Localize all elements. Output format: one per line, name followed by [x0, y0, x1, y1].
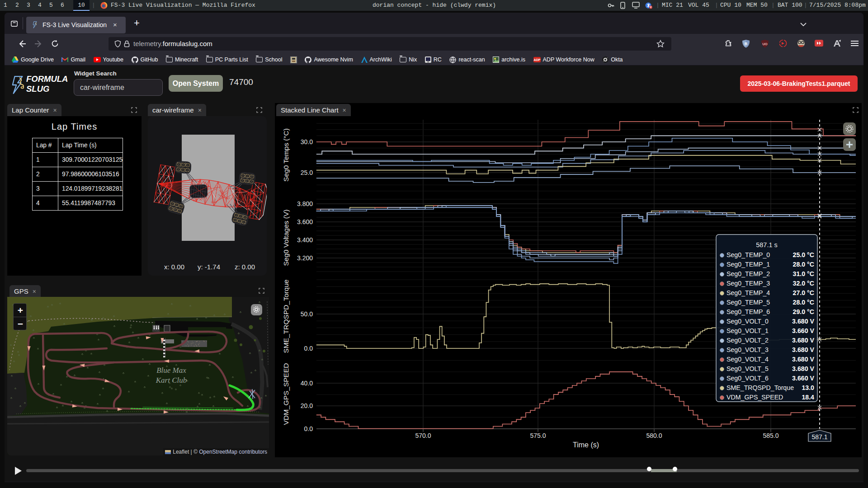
svg-text:3.660 V: 3.660 V [792, 375, 814, 382]
svg-text:25.0 °C: 25.0 °C [793, 251, 814, 258]
svg-text:Seg0_VOLT_5: Seg0_VOLT_5 [726, 365, 769, 372]
svg-text:20.0: 20.0 [301, 402, 313, 409]
svg-text:31.0 °C: 31.0 °C [793, 270, 814, 277]
svg-text:3.200: 3.200 [297, 254, 313, 262]
svg-text:3.680 V: 3.680 V [792, 346, 814, 353]
svg-text:28.0 °C: 28.0 °C [793, 261, 814, 268]
svg-text:570.0: 570.0 [415, 432, 431, 439]
svg-text:40.0: 40.0 [301, 380, 313, 387]
svg-text:Kart Club: Kart Club [156, 376, 187, 385]
svg-text:3.680 V: 3.680 V [792, 365, 814, 372]
svg-text:Blue Max: Blue Max [156, 366, 186, 375]
svg-text:Seg0 Temps (°C): Seg0 Temps (°C) [282, 128, 290, 182]
svg-text:Seg0 Voltages (V): Seg0 Voltages (V) [282, 210, 290, 266]
svg-text:25.0: 25.0 [301, 169, 313, 176]
svg-text:50.0: 50.0 [301, 310, 313, 318]
svg-text:Seg0_TEMP_0: Seg0_TEMP_0 [726, 251, 770, 258]
svg-text:Seg0_VOLT_2: Seg0_VOLT_2 [726, 337, 769, 344]
svg-text:UO: UO [762, 42, 767, 46]
svg-text:3.800: 3.800 [297, 200, 313, 207]
svg-text:585.0: 585.0 [763, 432, 778, 439]
svg-text:18.4: 18.4 [802, 394, 814, 401]
svg-text:Seg0_TEMP_3: Seg0_TEMP_3 [726, 280, 770, 287]
svg-text:575.0: 575.0 [530, 432, 546, 439]
svg-text:13.0: 13.0 [802, 384, 814, 391]
svg-text:Seg0_TEMP_5: Seg0_TEMP_5 [726, 299, 770, 306]
svg-text:0.0: 0.0 [304, 345, 313, 352]
svg-text:Seg0_VOLT_0: Seg0_VOLT_0 [726, 318, 769, 325]
svg-text:VDM_GPS_SPEED: VDM_GPS_SPEED [282, 363, 290, 425]
svg-text:3.660 V: 3.660 V [792, 327, 814, 334]
svg-text:3.680 V: 3.680 V [792, 318, 814, 325]
svg-text:SME_TRQSPD_Torque: SME_TRQSPD_Torque [282, 280, 290, 353]
svg-text:3.680 V: 3.680 V [792, 356, 814, 363]
svg-text:28.0 °C: 28.0 °C [793, 299, 814, 306]
svg-text:587.1: 587.1 [811, 433, 827, 441]
svg-text:0.0: 0.0 [304, 425, 313, 432]
svg-text:Seg0_TEMP_1: Seg0_TEMP_1 [726, 261, 770, 268]
svg-text:Seg0_VOLT_6: Seg0_VOLT_6 [726, 375, 769, 382]
svg-text:B: B [745, 42, 748, 46]
svg-text:587.1 s: 587.1 s [756, 241, 778, 249]
svg-text:580.0: 580.0 [646, 432, 662, 439]
svg-text:VDM_GPS_SPEED: VDM_GPS_SPEED [726, 394, 783, 401]
svg-text:32.0 °C: 32.0 °C [793, 280, 814, 287]
svg-text:30.0: 30.0 [301, 138, 313, 145]
svg-text:Seg0_TEMP_6: Seg0_TEMP_6 [726, 308, 770, 315]
svg-text:Seg0_VOLT_3: Seg0_VOLT_3 [726, 346, 769, 353]
svg-text:3.680 V: 3.680 V [792, 337, 814, 344]
svg-text:29.0 °C: 29.0 °C [793, 308, 814, 315]
svg-text:Seg0_VOLT_1: Seg0_VOLT_1 [726, 327, 769, 334]
svg-text:Seg0_TEMP_4: Seg0_TEMP_4 [726, 289, 770, 296]
svg-text:Time (s): Time (s) [573, 441, 599, 449]
svg-text:3.600: 3.600 [297, 218, 313, 225]
svg-text:SME_TRQSPD_Torque: SME_TRQSPD_Torque [726, 384, 794, 391]
svg-text:27.0 °C: 27.0 °C [793, 289, 814, 296]
svg-text:3.400: 3.400 [297, 236, 313, 244]
svg-text:ADP: ADP [533, 58, 540, 61]
svg-text:Seg0_TEMP_2: Seg0_TEMP_2 [726, 270, 770, 277]
svg-text:Seg0_VOLT_4: Seg0_VOLT_4 [726, 356, 769, 363]
